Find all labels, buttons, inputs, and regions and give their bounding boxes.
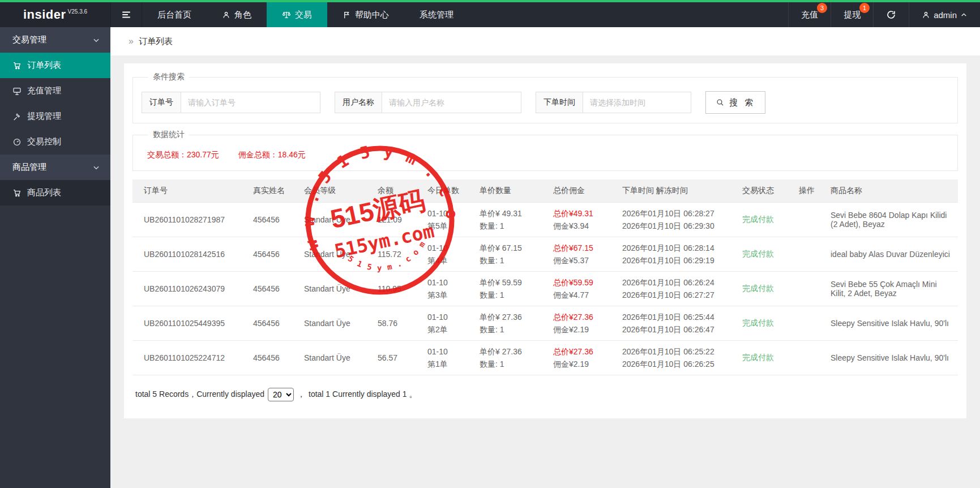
content-card: 条件搜索 订单号 用户名称 下单时间 搜 索 xyxy=(124,63,966,418)
today-date: 01-10 xyxy=(427,311,470,323)
cell-unit-qty: 单价¥ 27.36 数量: 1 xyxy=(475,340,549,375)
col-balance: 余额 xyxy=(373,179,423,202)
col-times: 下单时间 解冻时间 xyxy=(618,179,738,202)
total-commission-label: 佣金总额： xyxy=(238,150,278,159)
nav-label: 帮助中心 xyxy=(355,10,389,20)
stats-panel: 数据统计 交易总额：230.77元 佣金总额：18.46元 xyxy=(132,130,958,171)
recharge-button[interactable]: 充值 3 xyxy=(788,2,831,27)
cell-actions xyxy=(794,306,826,340)
cell-times: 2026年01月10日 06:28:27 2026年01月10日 06:29:3… xyxy=(618,202,738,237)
breadcrumb: » 订单列表 xyxy=(110,27,980,55)
commission: 佣金¥5.37 xyxy=(553,254,613,267)
quantity: 数量: 1 xyxy=(480,289,544,301)
order-time: 2026年01月10日 06:28:27 xyxy=(622,207,733,220)
cell-unit-qty: 单价¥ 67.15 数量: 1 xyxy=(475,237,549,271)
unfreeze-time: 2026年01月10日 06:26:25 xyxy=(622,358,733,370)
board-icon xyxy=(12,87,22,96)
table-row[interactable]: UB2601101028142516 456456 Standart Üye 1… xyxy=(132,237,958,271)
nav-label: 角色 xyxy=(234,10,251,20)
brand-version: V25.3.6 xyxy=(68,8,87,15)
cell-level: Standart Üye xyxy=(299,306,373,340)
recharge-badge: 3 xyxy=(817,3,827,13)
cell-total-commission: 总价¥27.36 佣金¥2.19 xyxy=(549,306,618,340)
total-trade-label: 交易总额： xyxy=(147,150,187,159)
cart-icon xyxy=(12,189,22,198)
cell-actions xyxy=(794,271,826,306)
cell-real-name: 456456 xyxy=(249,340,299,375)
search-panel: 条件搜索 订单号 用户名称 下单时间 搜 索 xyxy=(132,72,958,123)
sidebar-toggle-button[interactable] xyxy=(110,2,142,27)
withdraw-badge: 1 xyxy=(859,3,870,13)
cell-product: Sevi Bebe 8604 Dolap Kapı Kilidi (2 Adet… xyxy=(826,202,958,237)
cell-unit-qty: 单价¥ 27.36 数量: 1 xyxy=(475,306,549,340)
unit-price: 单价¥ 59.59 xyxy=(480,276,544,289)
cell-actions xyxy=(794,237,826,271)
refresh-button[interactable] xyxy=(873,2,909,27)
nav-item-trade[interactable]: 交易 xyxy=(267,2,327,27)
quantity: 数量: 1 xyxy=(480,323,544,336)
col-level: 会员等级 xyxy=(299,179,373,202)
cell-status: 完成付款 xyxy=(738,340,794,375)
cell-today: 01-10 第3单 xyxy=(423,271,475,306)
total-price: 总价¥67.15 xyxy=(553,242,613,254)
sidebar-item-product-list[interactable]: 商品列表 xyxy=(0,180,110,206)
table-row[interactable]: UB2601101025449395 456456 Standart Üye 5… xyxy=(132,306,958,340)
order-time: 2026年01月10日 06:26:24 xyxy=(622,276,733,289)
unit-price: 单价¥ 49.31 xyxy=(480,207,544,220)
today-date: 01-10 xyxy=(427,207,470,220)
order-no-input[interactable] xyxy=(181,92,320,113)
user-menu[interactable]: admin xyxy=(909,2,980,27)
cell-total-commission: 总价¥49.31 佣金¥3.94 xyxy=(549,202,618,237)
sidebar-item-withdraw-mgmt[interactable]: 提现管理 xyxy=(0,104,110,129)
table-row[interactable]: UB2601101026243079 456456 Standart Üye 1… xyxy=(132,271,958,306)
unit-price: 单价¥ 27.36 xyxy=(480,345,544,358)
col-order-no: 订单号 xyxy=(132,179,249,202)
sidebar-group-trade[interactable]: 交易管理 xyxy=(0,27,110,53)
orders-table: 订单号 真实姓名 会员等级 余额 今日单数 单价数量 总价佣金 下单时间 解冻时… xyxy=(132,179,958,375)
nav-item-system[interactable]: 系统管理 xyxy=(404,2,469,27)
sidebar-item-recharge-mgmt[interactable]: 充值管理 xyxy=(0,78,110,104)
gauge-icon xyxy=(12,138,22,147)
nav-item-roles[interactable]: 角色 xyxy=(207,2,267,27)
cell-real-name: 456456 xyxy=(249,237,299,271)
page-size-select[interactable]: 20 xyxy=(268,388,294,401)
unfreeze-time: 2026年01月10日 06:29:19 xyxy=(622,254,733,267)
table-row[interactable]: UB2601101028271987 456456 Standart Üye 1… xyxy=(132,202,958,237)
search-button[interactable]: 搜 索 xyxy=(705,91,765,114)
pagination: total 5 Records，Currently displayed 20 ，… xyxy=(132,388,958,401)
total-trade-stat: 交易总额：230.77元 xyxy=(147,150,219,160)
order-time-input[interactable] xyxy=(583,92,691,113)
cell-status: 完成付款 xyxy=(738,202,794,237)
sidebar-item-label: 充值管理 xyxy=(27,85,61,96)
order-time: 2026年01月10日 06:25:22 xyxy=(622,345,733,358)
sidebar-group-products[interactable]: 商品管理 xyxy=(0,155,110,180)
username-input[interactable] xyxy=(382,92,521,113)
search-button-label: 搜 索 xyxy=(729,97,755,108)
col-unit-qty: 单价数量 xyxy=(475,179,549,202)
col-real-name: 真实姓名 xyxy=(249,179,299,202)
withdraw-button[interactable]: 提现 1 xyxy=(831,2,873,27)
brand-logo[interactable]: insider V25.3.6 xyxy=(0,2,110,27)
order-time: 2026年01月10日 06:25:44 xyxy=(622,311,733,323)
cell-product: Sleepy Sensitive Islak Havlu, 90'lı xyxy=(826,306,958,340)
nav-item-home[interactable]: 后台首页 xyxy=(142,2,207,27)
pagination-text-left: total 5 Records，Currently displayed xyxy=(135,389,264,400)
cell-order-no: UB2601101028142516 xyxy=(132,237,249,271)
status-badge: 完成付款 xyxy=(742,353,774,362)
cart-icon xyxy=(12,61,22,70)
unfreeze-time: 2026年01月10日 06:26:47 xyxy=(622,323,733,336)
search-legend: 条件搜索 xyxy=(148,72,189,82)
nav-item-help[interactable]: 帮助中心 xyxy=(327,2,404,27)
cell-order-no: UB2601101025224712 xyxy=(132,340,249,375)
cell-balance: 56.57 xyxy=(373,340,423,375)
cell-status: 完成付款 xyxy=(738,306,794,340)
table-row[interactable]: UB2601101025224712 456456 Standart Üye 5… xyxy=(132,340,958,375)
cell-product: ideal baby Alas Duvar Düzenleyici xyxy=(826,237,958,271)
sidebar-item-order-list[interactable]: 订单列表 xyxy=(0,53,110,78)
username: admin xyxy=(934,10,957,20)
chevron-down-icon xyxy=(92,36,100,44)
group-label: 商品管理 xyxy=(12,162,46,173)
hamburger-icon xyxy=(121,10,131,20)
sidebar-item-trade-control[interactable]: 交易控制 xyxy=(0,129,110,155)
order-time-label: 下单时间 xyxy=(536,92,583,113)
